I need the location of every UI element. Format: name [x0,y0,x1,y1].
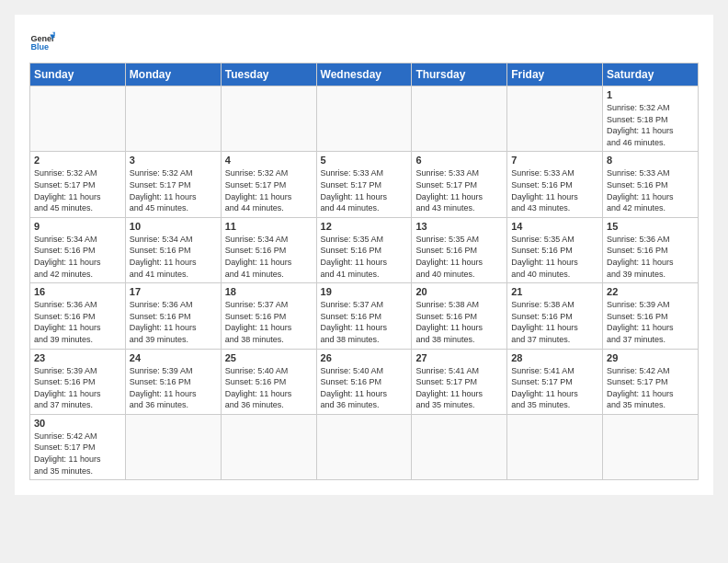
day-cell: 23Sunrise: 5:39 AM Sunset: 5:16 PM Dayli… [30,349,126,414]
day-number: 12 [321,221,408,232]
week-row-3: 9Sunrise: 5:34 AM Sunset: 5:16 PM Daylig… [30,217,699,282]
day-number: 13 [415,221,503,232]
day-number: 7 [511,155,598,166]
header-friday: Friday [507,63,603,86]
day-info: Sunrise: 5:36 AM Sunset: 5:16 PM Dayligh… [607,234,694,280]
header-wednesday: Wednesday [316,63,412,86]
day-number: 6 [415,155,503,166]
day-cell: 5Sunrise: 5:33 AM Sunset: 5:17 PM Daylig… [316,152,412,217]
day-number: 5 [321,155,408,166]
week-row-1: 1Sunrise: 5:32 AM Sunset: 5:18 PM Daylig… [30,86,699,152]
day-number: 2 [34,155,121,166]
logo-icon: General Blue [29,29,55,55]
header-tuesday: Tuesday [221,63,316,86]
day-number: 21 [511,286,598,297]
day-number: 8 [607,155,694,166]
day-cell [125,86,221,152]
day-cell [221,86,316,152]
day-cell [316,414,412,479]
day-cell: 27Sunrise: 5:41 AM Sunset: 5:17 PM Dayli… [412,349,507,414]
day-info: Sunrise: 5:41 AM Sunset: 5:17 PM Dayligh… [511,365,598,411]
day-cell: 12Sunrise: 5:35 AM Sunset: 5:16 PM Dayli… [316,217,412,282]
day-info: Sunrise: 5:33 AM Sunset: 5:16 PM Dayligh… [511,167,598,213]
week-row-6: 30Sunrise: 5:42 AM Sunset: 5:17 PM Dayli… [30,414,699,479]
day-info: Sunrise: 5:40 AM Sunset: 5:16 PM Dayligh… [321,365,408,411]
calendar: SundayMondayTuesdayWednesdayThursdayFrid… [29,63,699,480]
day-cell: 15Sunrise: 5:36 AM Sunset: 5:16 PM Dayli… [603,217,699,282]
day-cell: 17Sunrise: 5:36 AM Sunset: 5:16 PM Dayli… [125,283,221,349]
day-number: 14 [511,221,598,232]
day-number: 24 [130,352,217,363]
day-number: 11 [225,221,313,232]
day-info: Sunrise: 5:42 AM Sunset: 5:17 PM Dayligh… [34,431,121,477]
day-info: Sunrise: 5:35 AM Sunset: 5:16 PM Dayligh… [321,234,408,280]
day-info: Sunrise: 5:32 AM Sunset: 5:17 PM Dayligh… [225,167,313,213]
day-cell: 6Sunrise: 5:33 AM Sunset: 5:17 PM Daylig… [412,152,507,217]
day-cell [221,414,316,479]
day-cell: 10Sunrise: 5:34 AM Sunset: 5:16 PM Dayli… [125,217,221,282]
header-sunday: Sunday [30,63,126,86]
day-cell: 30Sunrise: 5:42 AM Sunset: 5:17 PM Dayli… [30,414,126,479]
day-cell [30,86,126,152]
day-info: Sunrise: 5:36 AM Sunset: 5:16 PM Dayligh… [34,299,121,345]
day-cell: 1Sunrise: 5:32 AM Sunset: 5:18 PM Daylig… [603,86,699,152]
day-info: Sunrise: 5:38 AM Sunset: 5:16 PM Dayligh… [511,299,598,345]
day-number: 22 [607,286,694,297]
day-info: Sunrise: 5:34 AM Sunset: 5:16 PM Dayligh… [225,234,313,280]
day-cell: 16Sunrise: 5:36 AM Sunset: 5:16 PM Dayli… [30,283,126,349]
day-info: Sunrise: 5:35 AM Sunset: 5:16 PM Dayligh… [511,234,598,280]
day-number: 19 [321,286,408,297]
day-cell: 21Sunrise: 5:38 AM Sunset: 5:16 PM Dayli… [507,283,603,349]
day-cell [507,414,603,479]
day-info: Sunrise: 5:41 AM Sunset: 5:17 PM Dayligh… [415,365,503,411]
day-info: Sunrise: 5:33 AM Sunset: 5:17 PM Dayligh… [415,167,503,213]
day-number: 4 [225,155,313,166]
day-cell [412,414,507,479]
header-monday: Monday [125,63,221,86]
day-number: 26 [321,352,408,363]
day-cell: 11Sunrise: 5:34 AM Sunset: 5:16 PM Dayli… [221,217,316,282]
day-info: Sunrise: 5:42 AM Sunset: 5:17 PM Dayligh… [607,365,694,411]
day-cell [603,414,699,479]
calendar-header-row: SundayMondayTuesdayWednesdayThursdayFrid… [30,63,699,86]
day-number: 27 [415,352,503,363]
day-info: Sunrise: 5:39 AM Sunset: 5:16 PM Dayligh… [607,299,694,345]
day-cell: 24Sunrise: 5:39 AM Sunset: 5:16 PM Dayli… [125,349,221,414]
week-row-5: 23Sunrise: 5:39 AM Sunset: 5:16 PM Dayli… [30,349,699,414]
day-info: Sunrise: 5:36 AM Sunset: 5:16 PM Dayligh… [130,299,217,345]
day-cell: 13Sunrise: 5:35 AM Sunset: 5:16 PM Dayli… [412,217,507,282]
day-info: Sunrise: 5:33 AM Sunset: 5:17 PM Dayligh… [321,167,408,213]
day-number: 17 [130,286,217,297]
day-number: 16 [34,286,121,297]
day-cell: 9Sunrise: 5:34 AM Sunset: 5:16 PM Daylig… [30,217,126,282]
day-cell: 22Sunrise: 5:39 AM Sunset: 5:16 PM Dayli… [603,283,699,349]
day-cell [125,414,221,479]
day-number: 3 [130,155,217,166]
day-cell: 20Sunrise: 5:38 AM Sunset: 5:16 PM Dayli… [412,283,507,349]
day-info: Sunrise: 5:39 AM Sunset: 5:16 PM Dayligh… [130,365,217,411]
day-info: Sunrise: 5:37 AM Sunset: 5:16 PM Dayligh… [225,299,313,345]
day-cell: 14Sunrise: 5:35 AM Sunset: 5:16 PM Dayli… [507,217,603,282]
day-info: Sunrise: 5:40 AM Sunset: 5:16 PM Dayligh… [225,365,313,411]
day-cell: 4Sunrise: 5:32 AM Sunset: 5:17 PM Daylig… [221,152,316,217]
day-cell: 7Sunrise: 5:33 AM Sunset: 5:16 PM Daylig… [507,152,603,217]
week-row-2: 2Sunrise: 5:32 AM Sunset: 5:17 PM Daylig… [30,152,699,217]
day-cell: 2Sunrise: 5:32 AM Sunset: 5:17 PM Daylig… [30,152,126,217]
day-cell [316,86,412,152]
day-info: Sunrise: 5:38 AM Sunset: 5:16 PM Dayligh… [415,299,503,345]
day-info: Sunrise: 5:32 AM Sunset: 5:17 PM Dayligh… [34,167,121,213]
day-cell: 19Sunrise: 5:37 AM Sunset: 5:16 PM Dayli… [316,283,412,349]
header-saturday: Saturday [603,63,699,86]
svg-text:Blue: Blue [30,42,49,52]
header: General Blue [29,29,699,55]
day-number: 25 [225,352,313,363]
day-cell [507,86,603,152]
day-info: Sunrise: 5:32 AM Sunset: 5:17 PM Dayligh… [130,167,217,213]
day-info: Sunrise: 5:33 AM Sunset: 5:16 PM Dayligh… [607,167,694,213]
day-cell: 28Sunrise: 5:41 AM Sunset: 5:17 PM Dayli… [507,349,603,414]
day-number: 1 [607,89,694,100]
logo: General Blue [29,29,55,55]
day-info: Sunrise: 5:34 AM Sunset: 5:16 PM Dayligh… [34,234,121,280]
header-thursday: Thursday [412,63,507,86]
day-info: Sunrise: 5:37 AM Sunset: 5:16 PM Dayligh… [321,299,408,345]
